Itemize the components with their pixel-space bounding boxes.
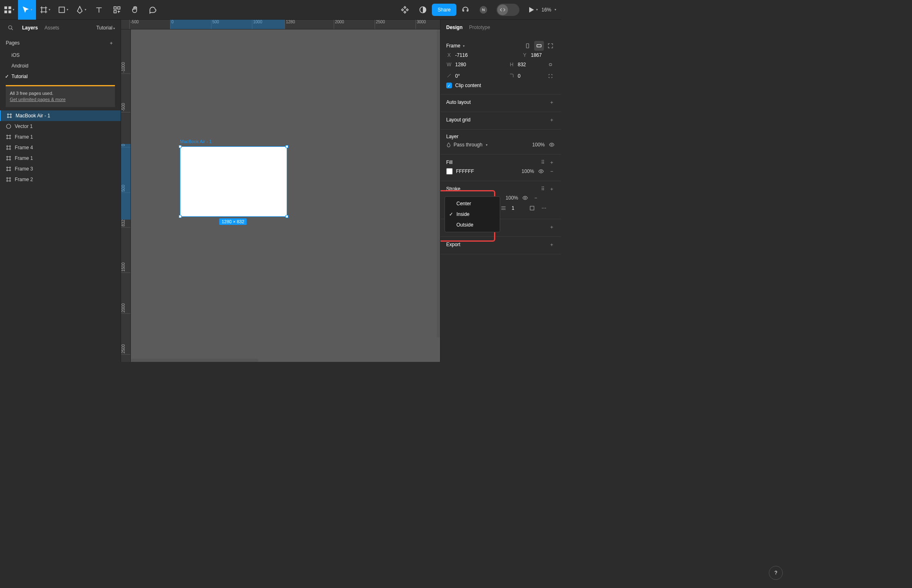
rotation-input[interactable] bbox=[455, 73, 480, 79]
frame-icon bbox=[6, 155, 11, 161]
stroke-align-option[interactable]: Center bbox=[445, 198, 500, 209]
add-layout-grid-button[interactable]: ＋ bbox=[548, 116, 555, 123]
comment-tool-button[interactable] bbox=[144, 0, 162, 20]
x-input[interactable] bbox=[455, 52, 480, 58]
stroke-styles-button[interactable]: ⠿ bbox=[539, 185, 546, 193]
remove-stroke-button[interactable]: − bbox=[532, 194, 539, 202]
constrain-proportions-button[interactable] bbox=[546, 60, 555, 70]
resize-handle-nw[interactable] bbox=[179, 145, 182, 148]
headphones-icon[interactable] bbox=[456, 0, 474, 20]
theme-toggle-icon[interactable] bbox=[414, 0, 432, 20]
svg-rect-7 bbox=[114, 10, 117, 13]
frame-icon bbox=[6, 166, 11, 172]
h-input[interactable] bbox=[518, 62, 542, 67]
scrollbar-vertical[interactable] bbox=[437, 29, 440, 337]
shape-tool-button[interactable] bbox=[54, 0, 72, 20]
dev-mode-toggle[interactable] bbox=[496, 4, 519, 16]
present-button[interactable] bbox=[523, 0, 541, 20]
add-effect-button[interactable]: ＋ bbox=[548, 223, 555, 231]
add-page-button[interactable]: ＋ bbox=[108, 39, 115, 47]
stroke-per-side-button[interactable] bbox=[527, 203, 537, 213]
stroke-weight-input[interactable] bbox=[512, 205, 524, 211]
independent-corners-button[interactable] bbox=[546, 71, 555, 81]
svg-point-16 bbox=[540, 171, 542, 172]
stroke-align-option[interactable]: Inside bbox=[445, 209, 500, 220]
layer-item[interactable]: Frame 3 bbox=[0, 164, 121, 174]
resize-handle-sw[interactable] bbox=[179, 215, 182, 218]
stroke-visibility-button[interactable] bbox=[521, 194, 529, 202]
tab-design[interactable]: Design bbox=[446, 25, 463, 30]
zoom-dropdown[interactable]: 16% bbox=[541, 7, 556, 13]
fill-styles-button[interactable]: ⠿ bbox=[539, 159, 546, 166]
resize-to-fit-button[interactable] bbox=[546, 41, 555, 51]
page-item[interactable]: ✓Android bbox=[0, 61, 121, 71]
stroke-opacity-value[interactable]: 100% bbox=[502, 195, 518, 201]
frame-tool-button[interactable] bbox=[36, 0, 54, 20]
layer-item[interactable]: Frame 1 bbox=[0, 153, 121, 164]
upgrade-notice: All 3 free pages used. Get unlimited pag… bbox=[6, 85, 115, 107]
pen-tool-button[interactable] bbox=[72, 0, 90, 20]
add-fill-button[interactable]: ＋ bbox=[548, 159, 555, 166]
frame-icon bbox=[6, 177, 11, 182]
w-input[interactable] bbox=[455, 62, 480, 67]
layer-item[interactable]: Frame 4 bbox=[0, 142, 121, 153]
text-tool-button[interactable] bbox=[90, 0, 108, 20]
fill-swatch[interactable] bbox=[446, 168, 453, 175]
svg-point-17 bbox=[524, 197, 526, 199]
dimensions-badge: 1280 × 832 bbox=[219, 218, 247, 225]
radius-input[interactable] bbox=[518, 73, 542, 79]
add-stroke-button[interactable]: ＋ bbox=[548, 185, 555, 193]
svg-rect-13 bbox=[526, 44, 529, 48]
layer-item[interactable]: Vector 1 bbox=[0, 121, 121, 132]
layer-item[interactable]: Frame 2 bbox=[0, 174, 121, 185]
components-icon[interactable] bbox=[396, 0, 414, 20]
fill-section-label: Fill bbox=[446, 159, 452, 165]
tab-layers[interactable]: Layers bbox=[22, 25, 38, 31]
layer-opacity-value[interactable]: 100% bbox=[528, 142, 545, 148]
stroke-more-button[interactable]: ⋯ bbox=[540, 204, 548, 212]
clip-content-checkbox[interactable]: ✓ bbox=[446, 83, 452, 88]
page-item[interactable]: ✓Tutorial bbox=[0, 71, 121, 82]
layer-visibility-button[interactable] bbox=[548, 141, 555, 148]
tab-assets[interactable]: Assets bbox=[45, 25, 59, 31]
fill-visibility-button[interactable] bbox=[537, 168, 545, 175]
page-dropdown[interactable]: Tutorial bbox=[96, 25, 115, 31]
export-section-label: Export bbox=[446, 242, 460, 247]
stroke-align-menu[interactable]: CenterInsideOutside bbox=[445, 196, 500, 232]
hand-tool-button[interactable] bbox=[126, 0, 144, 20]
add-export-button[interactable]: ＋ bbox=[548, 241, 555, 248]
main-menu-button[interactable] bbox=[0, 0, 18, 20]
resources-button[interactable] bbox=[108, 0, 126, 20]
resize-handle-se[interactable] bbox=[285, 215, 288, 218]
canvas[interactable]: MacBook Air - 1 1280 × 832 bbox=[131, 29, 440, 362]
fill-hex-value[interactable]: FFFFFF bbox=[456, 168, 514, 174]
tab-prototype[interactable]: Prototype bbox=[469, 25, 490, 30]
remove-fill-button[interactable]: − bbox=[548, 168, 555, 175]
stroke-align-option[interactable]: Outside bbox=[445, 220, 500, 230]
scrollbar-horizontal[interactable] bbox=[131, 359, 258, 362]
resize-handle-ne[interactable] bbox=[285, 145, 288, 148]
rotation-icon bbox=[446, 73, 452, 79]
layer-item[interactable]: Frame 1 bbox=[0, 132, 121, 142]
selected-frame[interactable] bbox=[180, 146, 287, 217]
y-input[interactable] bbox=[531, 52, 555, 58]
share-button[interactable]: Share bbox=[432, 4, 456, 16]
orientation-portrait-button[interactable] bbox=[523, 41, 532, 51]
ruler-horizontal: -500050010001280200025003000 bbox=[121, 20, 440, 29]
fill-opacity-value[interactable]: 100% bbox=[518, 168, 534, 174]
frame-preset-dropdown[interactable]: Frame bbox=[446, 43, 465, 49]
search-icon[interactable] bbox=[6, 23, 16, 33]
blend-mode-dropdown[interactable]: Pass through bbox=[446, 142, 525, 148]
orientation-landscape-button[interactable] bbox=[534, 41, 544, 51]
y-label: Y bbox=[522, 52, 528, 58]
frame-icon bbox=[6, 145, 11, 150]
add-auto-layout-button[interactable]: ＋ bbox=[548, 99, 555, 106]
avatar[interactable]: N bbox=[474, 0, 492, 20]
frame-label[interactable]: MacBook Air - 1 bbox=[180, 139, 212, 144]
layer-item[interactable]: MacBook Air - 1 bbox=[0, 110, 121, 121]
move-tool-button[interactable] bbox=[18, 0, 36, 20]
upgrade-link[interactable]: Get unlimited pages & more bbox=[10, 97, 65, 102]
svg-rect-5 bbox=[114, 7, 117, 9]
page-item[interactable]: ✓iOS bbox=[0, 50, 121, 61]
svg-text:N: N bbox=[482, 8, 485, 12]
